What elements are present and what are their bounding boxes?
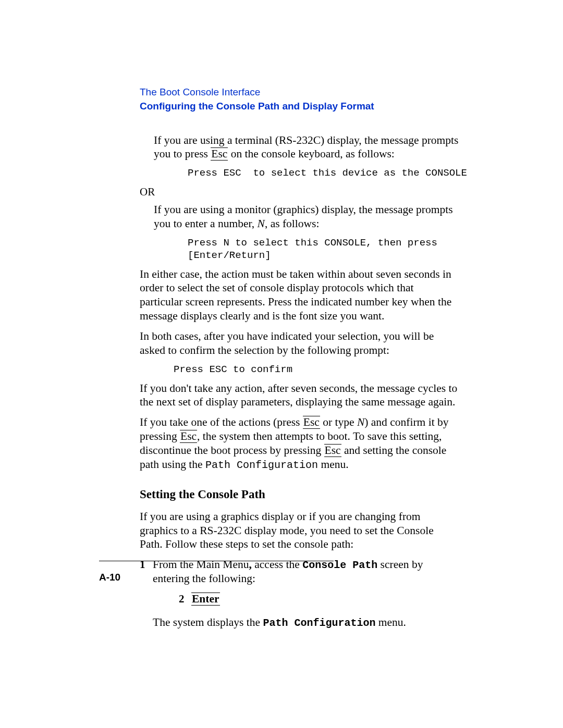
subheading: Setting the Console Path	[140, 487, 459, 502]
para-terminal: If you are using a terminal (RS-232C) di…	[154, 133, 459, 162]
key-esc: Esc	[211, 147, 228, 161]
key-esc: Esc	[324, 444, 341, 457]
text: From the Main Menu	[153, 558, 249, 571]
step-number: 2	[179, 592, 188, 606]
or-label: OR	[140, 185, 459, 199]
italic-n: N	[357, 416, 364, 428]
text: The system displays the	[153, 616, 263, 628]
step-2: 2 Enter	[179, 592, 459, 606]
para-both-cases: In both cases, after you have indicated …	[140, 329, 459, 357]
key-esc: Esc	[303, 416, 320, 429]
para-either-case: In either case, the action must be taken…	[140, 267, 459, 324]
para-take-action: If you take one of the actions (press Es…	[140, 415, 459, 472]
para-system-displays: The system displays the Path Configurati…	[153, 615, 459, 630]
para-setting-intro: If you are using a graphics display or i…	[140, 510, 459, 552]
header-subsection: Configuring the Console Path and Display…	[140, 100, 459, 113]
para-monitor: If you are using a monitor (graphics) di…	[154, 203, 459, 231]
step-body: Enter	[191, 592, 220, 606]
text: access the	[252, 558, 302, 571]
text: on the console keyboard, as follows:	[228, 147, 394, 160]
footer-rule	[99, 561, 334, 561]
mono-bold: Path Configuration	[263, 617, 375, 629]
page-number: A-10	[99, 572, 120, 583]
body-content: If you are using a terminal (RS-232C) di…	[140, 133, 459, 630]
para-no-action: If you don't take any action, after seve…	[140, 381, 459, 410]
key-esc: Esc	[180, 430, 197, 443]
text: or type	[320, 416, 357, 428]
text: If you take one of the actions (press	[140, 416, 303, 428]
code-block-2: Press N to select this CONSOLE, then pre…	[188, 237, 459, 262]
step-body: From the Main Menu, access the Console P…	[153, 558, 459, 586]
italic-n: N	[258, 217, 265, 230]
code-block-3: Press ESC to confirm	[174, 364, 459, 376]
header-section: The Boot Console Interface	[140, 86, 459, 98]
step-1: 1 From the Main Menu, access the Console…	[140, 558, 459, 586]
text: menu.	[318, 458, 349, 471]
text: menu.	[375, 616, 406, 628]
document-page: The Boot Console Interface Configuring t…	[0, 0, 563, 728]
mono-text: Path Configuration	[205, 459, 318, 471]
text: , as follows:	[265, 217, 320, 230]
code-block-1: Press ESC to select this device as the C…	[188, 167, 459, 180]
step-number: 1	[140, 558, 153, 586]
key-enter: Enter	[191, 593, 220, 606]
